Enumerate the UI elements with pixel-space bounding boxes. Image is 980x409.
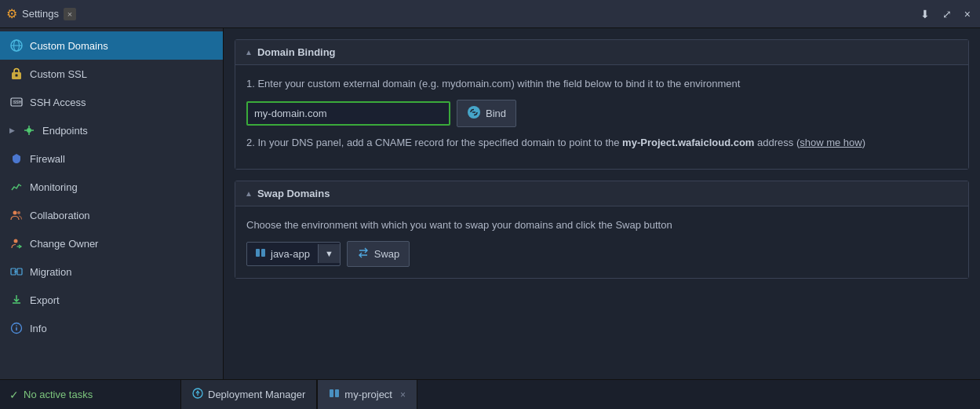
arrow-icon: ▶ (9, 126, 17, 134)
svg-text:SSH: SSH (13, 100, 22, 104)
domain-step2-text: 2. In your DNS panel, add a CNAME record… (246, 135, 957, 151)
swap-icon (357, 246, 370, 261)
my-project-icon (329, 388, 340, 401)
svg-point-8 (27, 128, 31, 133)
sidebar-item-custom-ssl[interactable]: Custom SSL (0, 60, 223, 88)
domain-input[interactable] (246, 101, 450, 126)
swap-domains-title: Swap Domains (257, 188, 330, 199)
sidebar-item-custom-domains[interactable]: Custom Domains (0, 31, 223, 60)
ssl-icon (9, 67, 24, 81)
collab-icon (9, 208, 24, 222)
endpoints-icon (22, 123, 36, 137)
title-close-button[interactable]: × (64, 8, 76, 20)
domain-binding-section: ▲ Domain Binding 1. Enter your custom ex… (235, 39, 969, 170)
domain-binding-title: Domain Binding (257, 46, 336, 58)
svg-point-15 (14, 239, 18, 243)
my-project-label: my-project (344, 389, 392, 400)
sidebar-label-endpoints: Endpoints (42, 125, 88, 137)
sidebar-label-migration: Migration (30, 266, 71, 278)
svg-rect-17 (11, 268, 16, 275)
sidebar-item-change-owner[interactable]: Change Owner (0, 229, 223, 257)
swap-button-label: Swap (374, 248, 400, 260)
close-window-button[interactable]: × (961, 6, 974, 22)
export-icon (9, 293, 24, 307)
env-selected-value: java-app (271, 248, 310, 260)
swap-domains-section: ▲ Swap Domains Choose the environment wi… (235, 181, 969, 279)
sidebar-item-migration[interactable]: Migration (0, 257, 223, 286)
sidebar-item-collaboration[interactable]: Collaboration (0, 201, 223, 229)
title-bar-controls: ⬇ ⤢ × (917, 6, 974, 22)
gear-icon: ⚙ (6, 6, 17, 21)
svg-rect-27 (330, 389, 333, 397)
migration-icon (9, 265, 24, 279)
firewall-icon (9, 152, 24, 166)
deployment-manager-label: Deployment Manager (208, 389, 305, 400)
changeowner-icon (9, 236, 24, 250)
sidebar-item-endpoints[interactable]: ▶ Endpoints (0, 116, 223, 144)
expand-button[interactable]: ⤢ (939, 6, 955, 22)
svg-rect-28 (335, 389, 339, 397)
sidebar-item-info[interactable]: Info (0, 314, 223, 342)
step2-bold: my-Project.wafaicloud.com (622, 137, 754, 148)
domain-binding-body: 1. Enter your custom external domain (e.… (235, 65, 968, 169)
bind-button[interactable]: Bind (457, 100, 516, 127)
title-bar-title: Settings (22, 8, 59, 20)
svg-point-13 (13, 211, 17, 215)
deployment-manager-icon (192, 388, 203, 401)
monitoring-icon (9, 180, 24, 194)
info-icon (9, 321, 24, 335)
env-select[interactable]: java-app ▼ (246, 242, 341, 266)
sidebar: Custom Domains Custom SSL SSH SSH Acc (0, 28, 224, 379)
ssh-icon: SSH (9, 95, 24, 109)
svg-rect-18 (17, 268, 22, 275)
swap-button[interactable]: Swap (347, 241, 410, 267)
step2-end: ) (862, 137, 865, 148)
env-dropdown-arrow[interactable]: ▼ (318, 244, 340, 263)
sidebar-label-ssh-access: SSH Access (30, 97, 86, 108)
step2-suffix: address ( (754, 137, 800, 148)
swap-domains-header: ▲ Swap Domains (235, 181, 968, 206)
sidebar-item-firewall[interactable]: Firewall (0, 144, 223, 173)
env-select-label: java-app (247, 243, 318, 265)
env-icon (255, 247, 266, 261)
swap-description: Choose the environment with which you wa… (246, 217, 957, 233)
my-project-close-button[interactable]: × (400, 389, 406, 400)
show-me-how-link[interactable]: show me how (800, 137, 862, 148)
sidebar-label-custom-ssl: Custom SSL (30, 68, 87, 80)
title-bar-left: ⚙ Settings × (6, 6, 76, 21)
sidebar-item-monitoring[interactable]: Monitoring (0, 173, 223, 201)
bottom-bar: ✓ No active tasks Deployment Manager my-… (0, 379, 980, 409)
content-area: ▲ Domain Binding 1. Enter your custom ex… (224, 28, 980, 379)
download-button[interactable]: ⬇ (917, 6, 933, 22)
my-project-tab[interactable]: my-project × (317, 380, 417, 409)
svg-point-14 (17, 211, 20, 214)
sidebar-label-custom-domains: Custom Domains (30, 40, 108, 52)
swap-domains-body: Choose the environment with which you wa… (235, 206, 968, 278)
domain-step1-text: 1. Enter your custom external domain (e.… (246, 76, 957, 92)
status-text: No active tasks (24, 389, 93, 400)
svg-point-21 (16, 325, 17, 327)
swap-controls-row: java-app ▼ Swap (246, 241, 957, 267)
title-bar: ⚙ Settings × ⬇ ⤢ × (0, 0, 980, 28)
domain-input-row: Bind (246, 100, 957, 127)
sidebar-label-firewall: Firewall (30, 153, 65, 165)
sidebar-label-export: Export (30, 294, 60, 306)
step2-prefix: 2. In your DNS panel, add a CNAME record… (246, 137, 622, 148)
deployment-manager-tab[interactable]: Deployment Manager (180, 380, 317, 409)
svg-rect-24 (261, 249, 265, 257)
main-layout: Custom Domains Custom SSL SSH SSH Acc (0, 28, 980, 379)
svg-rect-23 (256, 249, 260, 257)
svg-rect-4 (16, 75, 18, 77)
sidebar-item-ssh-access[interactable]: SSH SSH Access (0, 88, 223, 116)
sidebar-item-export[interactable]: Export (0, 286, 223, 314)
sidebar-label-monitoring: Monitoring (30, 181, 78, 193)
sidebar-label-info: Info (30, 323, 47, 334)
domain-binding-header: ▲ Domain Binding (235, 40, 968, 65)
collapse-triangle-domain[interactable]: ▲ (245, 48, 253, 57)
bind-icon (467, 105, 481, 122)
globe-icon (9, 38, 24, 53)
sidebar-label-collaboration: Collaboration (30, 210, 90, 221)
sidebar-label-change-owner: Change Owner (30, 238, 98, 250)
collapse-triangle-swap[interactable]: ▲ (245, 189, 253, 198)
status-area: ✓ No active tasks (0, 389, 180, 401)
